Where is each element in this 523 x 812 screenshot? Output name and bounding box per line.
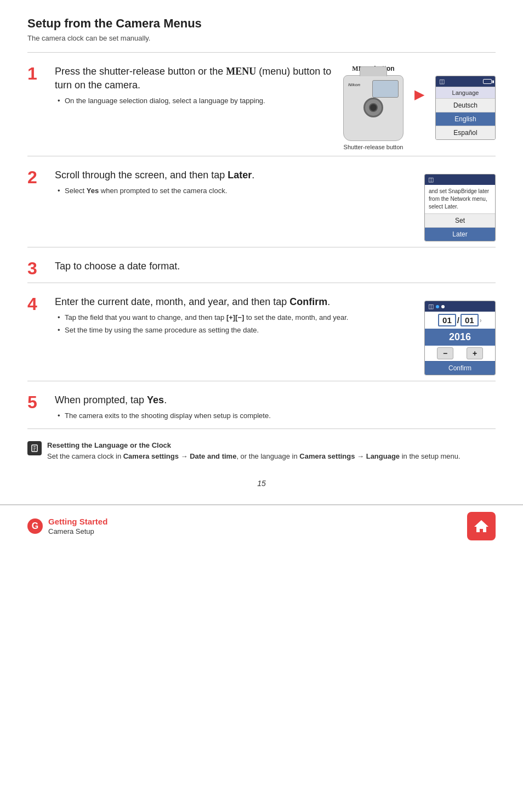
step-3-number: 3: [27, 260, 48, 277]
step-4-bullet-1: Tap the field that you want to change, a…: [55, 312, 413, 323]
language-menu: ◫ Language Deutsch English Español: [435, 76, 496, 140]
date-right-arrow: ›: [480, 316, 482, 324]
divider-4-5: [27, 381, 496, 381]
lang-menu-title: Language: [436, 87, 495, 98]
step-2-illustration: ◫ and set SnapBridge later from the Netw…: [424, 168, 496, 241]
step-5-block: 5 When prompted, tap Yes. The camera exi…: [27, 389, 496, 423]
pencil-icon: [30, 444, 39, 453]
date-month[interactable]: 01: [461, 314, 479, 326]
date-year[interactable]: 2016: [425, 329, 495, 346]
note-title: Resetting the Language or the Clock: [47, 441, 171, 449]
note-box: Resetting the Language or the Clock Set …: [27, 440, 496, 469]
home-button[interactable]: [467, 512, 496, 540]
sb-text: and set SnapBridge later from the Networ…: [425, 185, 495, 213]
footer-section-subtitle: Camera Setup: [48, 527, 107, 535]
page-number: 15: [27, 479, 496, 488]
footer: G Getting Started Camera Setup: [0, 504, 523, 547]
footer-section: G Getting Started Camera Setup: [27, 517, 107, 535]
footer-text-block: Getting Started Camera Setup: [48, 517, 107, 535]
sb-header-icon: ◫: [428, 176, 434, 183]
section-icon: G: [27, 518, 43, 534]
step-1-content: Press the shutter-release button or the …: [55, 65, 496, 150]
date-header-icon: ◫: [428, 303, 434, 310]
lang-item-espanol[interactable]: Español: [436, 126, 495, 139]
lang-item-deutsch[interactable]: Deutsch: [436, 98, 495, 112]
home-icon: [473, 518, 490, 534]
step-5-number: 5: [27, 393, 48, 411]
page-title: Setup from the Camera Menus: [27, 16, 496, 31]
step-1-bullet-1: On the language selection dialog, select…: [55, 95, 332, 106]
step-2-block: 2 Scroll through the screen, and then ta…: [27, 164, 496, 241]
step-5-bullet-1: The camera exits to the shooting display…: [55, 410, 496, 421]
sb-header: ◫: [425, 174, 495, 185]
battery-icon: [483, 79, 492, 84]
camera-lens-inner: [369, 103, 378, 112]
step-4-title: Enter the current date, month, and year,…: [55, 295, 413, 309]
step-4-number: 4: [27, 295, 48, 313]
lang-item-english[interactable]: English: [436, 112, 495, 126]
dot-2: [441, 305, 445, 308]
note-content: Resetting the Language or the Clock Set …: [47, 440, 461, 463]
footer-section-title: Getting Started: [48, 517, 107, 526]
step-2-bullets: Select Yes when prompted to set the came…: [55, 185, 413, 196]
date-header: ◫: [425, 301, 495, 312]
note-icon: [27, 441, 42, 455]
step-2-content: Scroll through the screen, and then tap …: [55, 168, 496, 241]
note-text: Set the camera clock in Camera settings …: [47, 452, 461, 460]
shutter-button-label: Shutter-release button: [344, 144, 403, 150]
plus-button[interactable]: +: [467, 347, 483, 359]
language-menu-container: ◫ Language Deutsch English Español: [435, 65, 496, 140]
date-menu: ◫ 01 / 01 › 2016 −: [424, 301, 496, 375]
step-5-title: When prompted, tap Yes.: [55, 393, 496, 407]
step-4-content: Enter the current date, month, and year,…: [55, 295, 496, 375]
camera-top-bump: [360, 66, 387, 76]
footer-left: G Getting Started Camera Setup: [27, 517, 107, 535]
camera-body: Nikon: [343, 75, 403, 141]
step-2-bullet-1: Select Yes when prompted to set the came…: [55, 185, 413, 196]
date-row: 01 / 01 ›: [425, 312, 495, 329]
date-controls: − +: [425, 346, 495, 361]
page-subtitle: The camera clock can be set manually.: [27, 34, 496, 42]
step-4-illustration: ◫ 01 / 01 › 2016 −: [424, 295, 496, 375]
date-sep-1: /: [457, 315, 459, 325]
sb-item-later[interactable]: Later: [425, 227, 495, 241]
step-3-content: Tap to choose a date format.: [55, 260, 496, 277]
step-1-bullets: On the language selection dialog, select…: [55, 95, 332, 106]
snapbridge-menu: ◫ and set SnapBridge later from the Netw…: [424, 174, 496, 241]
step-4-bullets: Tap the field that you want to change, a…: [55, 312, 413, 335]
step-4-bullet-2: Set the time by using the same procedure…: [55, 325, 413, 336]
step-1-block: 1 Press the shutter-release button or th…: [27, 60, 496, 150]
minus-button[interactable]: −: [437, 347, 453, 359]
svg-marker-4: [474, 520, 488, 532]
step-2-number: 2: [27, 168, 48, 186]
step-1-title: Press the shutter-release button or the …: [55, 65, 332, 92]
top-divider: [27, 52, 496, 53]
step-5-bullets: The camera exits to the shooting display…: [55, 410, 496, 421]
camera-diagram: MENU button Nikon Shutter-release button: [343, 65, 403, 150]
divider-5-note: [27, 428, 496, 429]
divider-3-4: [27, 283, 496, 283]
step-1-illustration: MENU button Nikon Shutter-release button: [343, 65, 496, 150]
camera-lens: [363, 98, 383, 117]
divider-1-2: [27, 156, 496, 156]
dot-1: [436, 305, 439, 308]
sb-item-set[interactable]: Set: [425, 213, 495, 227]
lang-header-icon: ◫: [439, 78, 445, 85]
divider-2-3: [27, 247, 496, 247]
date-day[interactable]: 01: [438, 314, 456, 326]
step-3-block: 3 Tap to choose a date format.: [27, 255, 496, 277]
step-2-title: Scroll through the screen, and then tap …: [55, 168, 413, 182]
nikon-label: Nikon: [348, 82, 360, 87]
lang-menu-header: ◫: [436, 76, 495, 87]
step-1-number: 1: [27, 65, 48, 82]
step-3-title: Tap to choose a date format.: [55, 260, 496, 273]
step-4-block: 4 Enter the current date, month, and yea…: [27, 291, 496, 375]
confirm-button[interactable]: Confirm: [425, 361, 495, 375]
step-5-content: When prompted, tap Yes. The camera exits…: [55, 393, 496, 423]
camera-screen: [372, 80, 399, 98]
step-1-arrow: ▶: [414, 87, 424, 102]
